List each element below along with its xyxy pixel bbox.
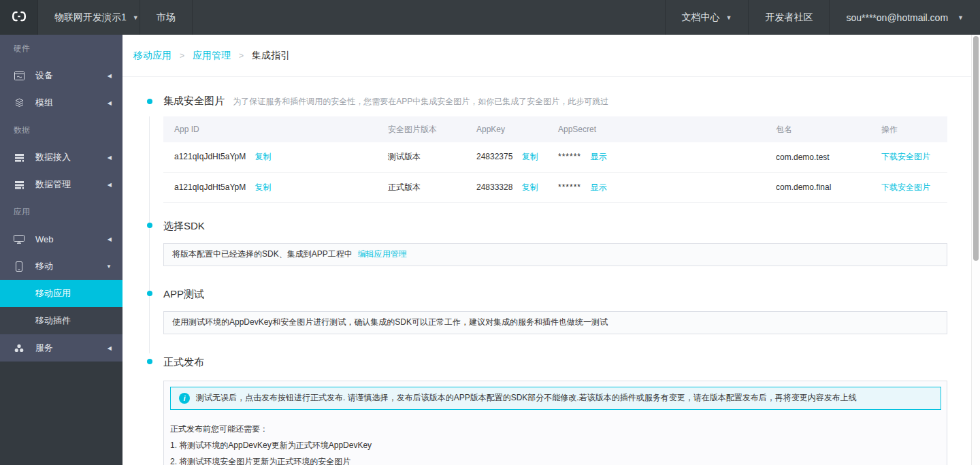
breadcrumb-link-mobile-app[interactable]: 移动应用 <box>133 50 172 62</box>
test-note-box: 使用测试环境的AppDevKey和安全图片进行测试，确认集成的SDK可以正常工作… <box>163 311 947 334</box>
version-value: 测试版本 <box>388 152 421 161</box>
breadcrumb-current: 集成指引 <box>252 50 290 62</box>
security-image-table: App ID 安全图片版本 AppKey AppSecret 包名 操作 a12… <box>163 116 947 203</box>
scrollbar-thumb[interactable] <box>973 36 979 261</box>
chevron-down-icon: ▼ <box>106 263 112 270</box>
copy-appid-link[interactable]: 复制 <box>255 152 272 161</box>
data-manage-icon <box>14 179 24 190</box>
tenant-selector[interactable]: 物联网开发演示1 ▼ <box>38 0 140 35</box>
sidebar-item-label: 设备 <box>35 69 53 82</box>
release-pre-title: 正式发布前您可能还需要： <box>170 421 941 437</box>
sidebar-item-data-access[interactable]: 数据接入 ◀ <box>0 144 122 171</box>
section-security-heading: 集成安全图片 为了保证服务和插件调用的安全性，您需要在APP中集成安全图片，如你… <box>163 93 947 109</box>
chevron-left-icon: ◀ <box>108 155 112 161</box>
chevron-left-icon: ◀ <box>108 100 112 106</box>
chevron-left-icon: ◀ <box>108 182 112 188</box>
chevron-down-icon: ▼ <box>133 14 139 21</box>
sidebar-subitem-mobile-plugin[interactable]: 移动插件 <box>0 307 122 334</box>
col-actions: 操作 <box>870 116 947 142</box>
web-icon <box>14 234 24 244</box>
show-appsecret-link[interactable]: 显示 <box>590 182 606 192</box>
sidebar-item-module[interactable]: 模组 ◀ <box>0 89 122 116</box>
appsecret-masked: ****** <box>558 152 581 161</box>
table-row: a121qIqJdHt5aYpM 复制 测试版本 24832375 复制 ***… <box>163 142 947 172</box>
sidebar-item-label: Web <box>35 234 54 244</box>
section-release-heading: 正式发布 <box>163 355 947 369</box>
topbar-right: 文档中心 ▼ 开发者社区 sou****on@hotmail.com ▼ <box>665 0 980 35</box>
account-email: sou****on@hotmail.com <box>846 12 948 23</box>
chevron-left-icon: ◀ <box>108 345 112 351</box>
sidebar-section-app: 应用 <box>0 198 122 225</box>
copy-appkey-link[interactable]: 复制 <box>522 182 538 192</box>
docs-label: 文档中心 <box>682 12 720 24</box>
copy-appid-link[interactable]: 复制 <box>255 182 272 192</box>
section-sdk-heading: 选择SDK <box>163 219 947 233</box>
sidebar-item-label: 服务 <box>35 342 53 354</box>
release-step-1: 1. 将测试环境的AppDevKey更新为正式环境AppDevKey <box>170 437 941 453</box>
sidebar-item-mobile[interactable]: 移动 ▼ <box>0 253 122 280</box>
release-step-2: 2. 将测试环境安全图片更新为正式环境的安全图片 <box>170 453 941 465</box>
table-header-row: App ID 安全图片版本 AppKey AppSecret 包名 操作 <box>163 116 947 142</box>
col-image-version: 安全图片版本 <box>377 116 466 142</box>
table-row: a121qIqJdHt5aYpM 复制 正式版本 24833328 复制 ***… <box>163 172 947 202</box>
sidebar-item-data-manage[interactable]: 数据管理 ◀ <box>0 171 122 198</box>
package-value: com.demo.test <box>776 153 830 162</box>
vertical-scrollbar[interactable] <box>971 35 980 465</box>
show-appsecret-link[interactable]: 显示 <box>590 152 606 161</box>
download-security-image-link[interactable]: 下载安全图片 <box>881 182 930 192</box>
section-title: 正式发布 <box>163 356 204 368</box>
step-bullet-icon <box>147 291 152 296</box>
nav-docs-menu[interactable]: 文档中心 ▼ <box>666 0 749 35</box>
sidebar-section-data: 数据 <box>0 116 122 144</box>
community-label: 开发者社区 <box>765 12 813 24</box>
edit-app-manage-link[interactable]: 编辑应用管理 <box>358 248 407 260</box>
package-value: com.demo.final <box>776 182 831 192</box>
section-title: 集成安全图片 <box>163 95 225 106</box>
sidebar-subitem-mobile-app[interactable]: 移动应用 <box>0 280 122 307</box>
chevron-left-icon: ◀ <box>108 73 112 79</box>
col-app-id: App ID <box>163 116 377 142</box>
module-icon <box>14 97 24 108</box>
sidebar-item-web[interactable]: Web ◀ <box>0 225 122 253</box>
version-value: 正式版本 <box>388 182 421 192</box>
breadcrumb-link-app-manage[interactable]: 应用管理 <box>193 50 231 62</box>
tenant-label: 物联网开发演示1 <box>54 12 127 24</box>
nav-market[interactable]: 市场 <box>140 0 193 35</box>
col-package: 包名 <box>765 116 870 142</box>
nav-community[interactable]: 开发者社区 <box>749 0 829 35</box>
download-security-image-link[interactable]: 下载安全图片 <box>881 152 930 161</box>
sidebar-item-label: 移动 <box>35 260 53 272</box>
step-bullet-icon <box>147 359 152 364</box>
topbar: 物联网开发演示1 ▼ 市场 文档中心 ▼ 开发者社区 sou****on@hot… <box>0 0 980 35</box>
release-info-text: 测试无误后，点击发布按钮进行正式发布. 请谨慎选择，发布后该版本的APP版本配置… <box>196 392 857 404</box>
release-info-banner: i 测试无误后，点击发布按钮进行正式发布. 请谨慎选择，发布后该版本的APP版本… <box>170 387 941 410</box>
sidebar-item-label: 模组 <box>35 97 53 109</box>
account-menu[interactable]: sou****on@hotmail.com ▼ <box>830 0 980 35</box>
sidebar-item-device[interactable]: 设备 ◀ <box>0 62 122 89</box>
topbar-spacer <box>193 0 665 35</box>
app-id-value: a121qIqJdHt5aYpM <box>174 152 246 161</box>
brand-logo[interactable] <box>0 0 38 35</box>
breadcrumb-separator: > <box>180 51 184 61</box>
copy-appkey-link[interactable]: 复制 <box>522 152 538 161</box>
sidebar-item-service[interactable]: 服务 ◀ <box>0 334 122 362</box>
chevron-left-icon: ◀ <box>108 236 112 242</box>
sidebar-item-label: 数据管理 <box>35 178 71 191</box>
appsecret-masked: ****** <box>558 182 581 192</box>
sidebar-section-hardware: 硬件 <box>0 35 122 62</box>
breadcrumb-separator: > <box>239 51 244 61</box>
sidebar: 硬件 设备 ◀ 模组 ◀ 数据 数据接入 ◀ <box>0 35 122 465</box>
bracket-logo-icon <box>10 10 28 25</box>
sidebar-menu: 硬件 设备 ◀ 模组 ◀ 数据 数据接入 ◀ <box>0 35 122 362</box>
app-id-value: a121qIqJdHt5aYpM <box>174 182 246 192</box>
sidebar-item-label: 数据接入 <box>35 151 71 163</box>
test-note-text: 使用测试环境的AppDevKey和安全图片进行测试，确认集成的SDK可以正常工作… <box>172 317 608 328</box>
breadcrumb: 移动应用 > 应用管理 > 集成指引 <box>122 35 971 77</box>
col-appsecret: AppSecret <box>547 116 765 142</box>
info-icon: i <box>179 393 190 404</box>
step-bullet-icon <box>147 99 152 104</box>
section-test-heading: APP测试 <box>163 287 947 301</box>
release-box: i 测试无误后，点击发布按钮进行正式发布. 请谨慎选择，发布后该版本的APP版本… <box>163 381 947 465</box>
step-bullet-icon <box>147 223 152 228</box>
section-title: APP测试 <box>163 288 204 300</box>
